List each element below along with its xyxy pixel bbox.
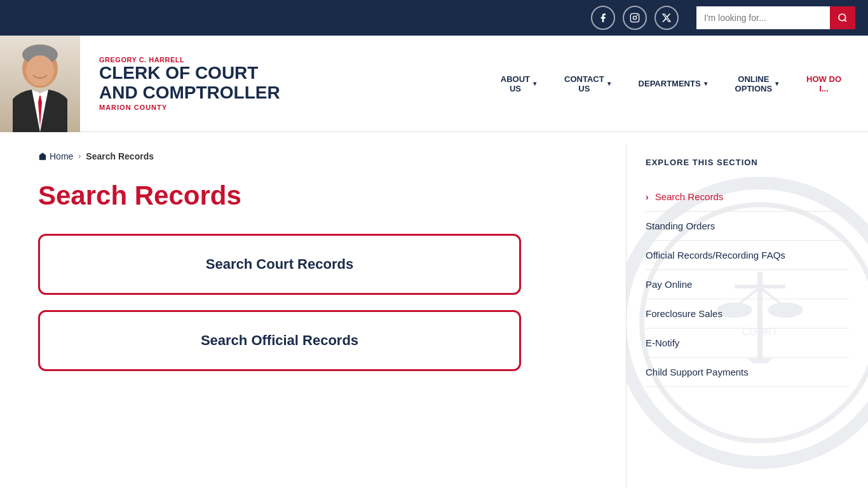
nav-online-options-label: ONLINEOPTIONS: [735, 74, 773, 93]
breadcrumb: Home › Search Records: [38, 151, 588, 161]
svg-point-2: [637, 15, 637, 16]
nav-departments-label: DEPARTMENTS: [639, 79, 701, 88]
sidebar-item-label-child-support: Child Support Payments: [646, 367, 749, 377]
about-us-chevron-icon: ▾: [533, 80, 536, 87]
sidebar-section-title: Explore This Section: [646, 158, 849, 167]
search-court-records-button[interactable]: Search Court Records: [38, 234, 521, 295]
active-arrow-icon: ›: [646, 192, 649, 202]
home-link[interactable]: Home: [50, 151, 73, 161]
office-title: Clerk of Court And Comptroller: [99, 64, 280, 103]
sidebar-item-label-search-records: Search Records: [655, 191, 724, 202]
main-container: Home › Search Records Search Records Sea…: [0, 132, 868, 488]
nav-contact-us-label: CONTACTUS: [564, 74, 604, 93]
header-text: Gregory C. Harrell Clerk of Court And Co…: [80, 56, 299, 112]
nav-about-us-label: ABOUTUS: [501, 74, 530, 93]
site-header: Gregory C. Harrell Clerk of Court And Co…: [0, 36, 868, 132]
sidebar-item-label-standing-orders: Standing Orders: [646, 220, 715, 231]
svg-rect-0: [630, 13, 639, 22]
svg-point-3: [839, 14, 846, 21]
nav-how-do-i[interactable]: HOW DOI...: [792, 36, 855, 132]
county-label: Marion County: [99, 104, 280, 111]
search-button[interactable]: [830, 6, 855, 29]
sidebar-item-child-support[interactable]: Child Support Payments: [646, 358, 849, 387]
main-content: Home › Search Records Search Records Sea…: [0, 132, 626, 488]
sidebar-item-official-records-faq[interactable]: Official Records/Recording FAQs: [646, 241, 849, 270]
search-official-records-button[interactable]: Search Official Records: [38, 310, 521, 371]
sidebar-item-standing-orders[interactable]: Standing Orders: [646, 212, 849, 241]
departments-chevron-icon: ▾: [704, 80, 707, 87]
official-photo: [0, 36, 80, 132]
nav-contact-us[interactable]: CONTACTUS ▾: [550, 36, 625, 132]
svg-point-9: [26, 55, 54, 86]
sidebar-item-label-pay-online: Pay Online: [646, 279, 692, 290]
nav-online-options[interactable]: ONLINEOPTIONS ▾: [721, 36, 793, 132]
nav-about-us[interactable]: ABOUTUS ▾: [487, 36, 550, 132]
main-nav: ABOUTUS ▾ CONTACTUS ▾ DEPARTMENTS ▾ ONLI…: [487, 36, 855, 132]
top-bar: [0, 0, 868, 36]
sidebar-item-pay-online[interactable]: Pay Online: [646, 270, 849, 299]
instagram-icon[interactable]: [623, 6, 647, 30]
logo: Gregory C. Harrell Clerk of Court And Co…: [0, 36, 299, 132]
search-bar: [696, 6, 855, 29]
sidebar-item-label-foreclosure-sales: Foreclosure Sales: [646, 308, 722, 319]
online-options-chevron-icon: ▾: [775, 80, 778, 87]
facebook-icon[interactable]: [591, 6, 615, 30]
search-input[interactable]: [696, 6, 830, 29]
sidebar-item-label-official-records-faq: Official Records/Recording FAQs: [646, 250, 785, 261]
sidebar-item-search-records[interactable]: › Search Records: [646, 182, 849, 212]
nav-departments[interactable]: DEPARTMENTS ▾: [625, 36, 721, 132]
breadcrumb-separator: ›: [78, 152, 81, 161]
x-twitter-icon[interactable]: [654, 6, 679, 30]
sidebar-item-enotify[interactable]: E-Notify: [646, 329, 849, 358]
breadcrumb-current: Search Records: [86, 151, 154, 161]
svg-point-1: [633, 16, 636, 19]
contact-us-chevron-icon: ▾: [607, 80, 611, 87]
sidebar-item-label-enotify: E-Notify: [646, 337, 679, 348]
home-icon: [38, 152, 47, 161]
sidebar-item-foreclosure-sales[interactable]: Foreclosure Sales: [646, 299, 849, 329]
breadcrumb-home[interactable]: Home: [38, 151, 73, 161]
sidebar: COURT Explore This Section › Search Reco…: [627, 132, 868, 488]
svg-line-4: [844, 20, 846, 22]
nav-how-do-i-label: HOW DOI...: [806, 74, 841, 93]
page-title: Search Records: [38, 180, 588, 211]
